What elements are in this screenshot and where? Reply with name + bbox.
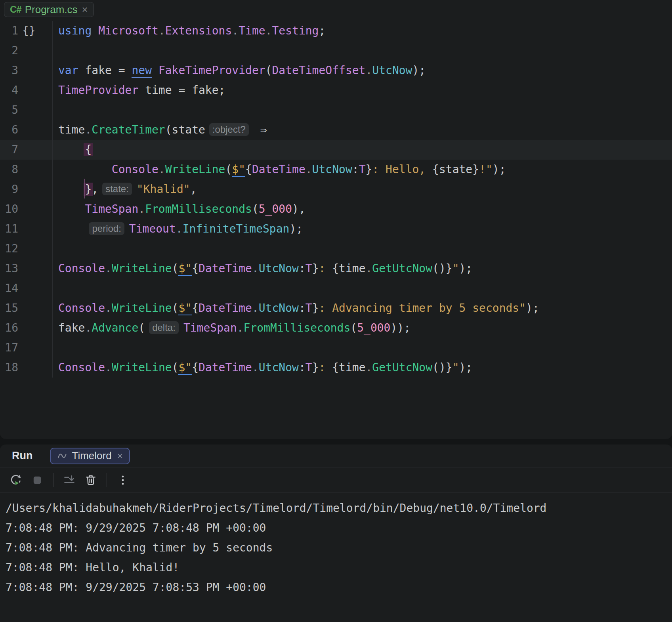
code-token: WriteLine [112,361,172,374]
run-panel-title: Run [12,450,32,462]
fold-spacer [18,358,52,378]
csharp-file-icon: C# [10,4,21,15]
close-tab-icon[interactable]: × [81,4,88,15]
code-line: 2 [0,41,672,61]
code-token: var [58,64,78,77]
fold-region-icon[interactable]: {} [18,21,52,41]
file-tab-label: Program.cs [25,4,78,16]
code-token: . [138,202,145,216]
gutter: 4 [0,80,53,100]
rerun-button[interactable] [7,471,25,489]
fold-spacer [18,179,52,199]
code-token [58,143,85,156]
gutter: 17 [0,338,53,358]
code-token: 5_000 [259,202,292,216]
code-token: 5_000 [357,321,390,334]
code-token: . [366,361,372,374]
code-token: UtcNow [259,262,299,275]
code-token: T [359,163,366,176]
fold-spacer [18,338,52,358]
code-token [92,24,98,37]
clear-console-button[interactable] [82,471,99,489]
gutter: 13 [0,259,53,279]
code-token [58,163,112,176]
run-tab-timelord[interactable]: Timelord × [50,448,130,464]
code-token: T [305,301,312,315]
code-token: . [176,222,183,235]
code-line-text [53,338,58,358]
code-token: . [237,321,244,334]
scroll-to-end-button[interactable] [61,471,78,489]
file-tab-program-cs[interactable]: C# Program.cs × [4,2,94,17]
console-line: /Users/khalidabuhakmeh/RiderProjects/Tim… [6,498,672,518]
code-token: } [312,361,319,374]
code-token: ; [319,24,325,37]
code-token: ( [138,321,145,334]
clear-console-icon [84,473,97,487]
code-token: : [299,262,305,275]
code-token: . [158,24,165,37]
gutter: 18 [0,358,53,378]
code-token: {state} [432,163,479,176]
code-line-text [53,239,58,259]
scroll-to-end-icon [63,473,76,487]
code-editor[interactable]: 1{}using Microsoft.Extensions.Time.Testi… [0,19,672,378]
code-line: 14 [0,279,672,298]
code-token: Timeout [129,222,176,235]
code-token: FromMilliseconds [244,321,351,334]
code-token: {time [332,262,365,275]
code-token: } [365,163,372,176]
code-token: $ [232,163,239,177]
code-token: . [305,163,312,176]
code-token: TimeSpan [85,202,138,216]
line-number: 18 [0,358,18,378]
code-token: Console [58,301,105,315]
line-number: 6 [0,120,18,140]
code-token: Testing [272,24,319,37]
code-token: T [305,262,312,275]
code-line: 15Console.WriteLine($"{DateTime.UtcNow:T… [0,298,672,318]
code-line-text [53,279,58,298]
code-token: time [58,123,85,136]
gutter: 3 [0,61,53,80]
gutter: 16 [0,318,53,338]
code-token: ); [412,64,426,77]
gutter: 10 [0,199,53,219]
code-token: : [299,361,305,374]
stop-button[interactable] [29,471,46,489]
code-lines: 1{}using Microsoft.Extensions.Time.Testi… [0,19,672,378]
code-token [254,123,260,136]
code-line-text: period:Timeout.InfiniteTimeSpan); [53,219,303,239]
code-token: : [352,163,359,176]
fold-spacer [18,41,52,61]
console-output[interactable]: /Users/khalidabuhakmeh/RiderProjects/Tim… [0,493,672,597]
code-token: ); [526,301,539,315]
gutter: 12 [0,239,53,259]
toolbar-separator [53,473,53,487]
inlay-hint: period: [89,222,124,235]
code-line: 13Console.WriteLine($"{DateTime.UtcNow:T… [0,259,672,279]
code-token: DateTime [199,361,252,374]
code-token: UtcNow [259,301,299,315]
code-token: TimeSpan [183,321,237,334]
close-run-tab-icon[interactable]: × [116,450,123,462]
code-line-text: Console.WriteLine($"{DateTime.UtcNow:T}:… [53,160,506,179]
more-options-button[interactable] [114,471,132,489]
code-token: { [192,262,199,275]
code-line: 1{}using Microsoft.Extensions.Time.Testi… [0,21,672,41]
code-line: 6time.CreateTimer(state:object? ⇒ [0,120,672,140]
code-token: DateTime [199,262,252,275]
code-token: { [192,361,199,374]
code-line: 12 [0,239,672,259]
code-token: : Advancing timer by 5 seconds" [319,301,526,315]
code-line: 17 [0,338,672,358]
code-token: . [105,301,112,315]
code-token: ); [459,262,473,275]
code-token: Console [58,262,105,275]
fold-spacer [18,160,52,179]
line-number: 8 [0,160,18,179]
line-number: 12 [0,239,18,259]
code-token: new [132,64,152,78]
code-line-text [53,41,58,61]
code-token: WriteLine [112,262,172,275]
